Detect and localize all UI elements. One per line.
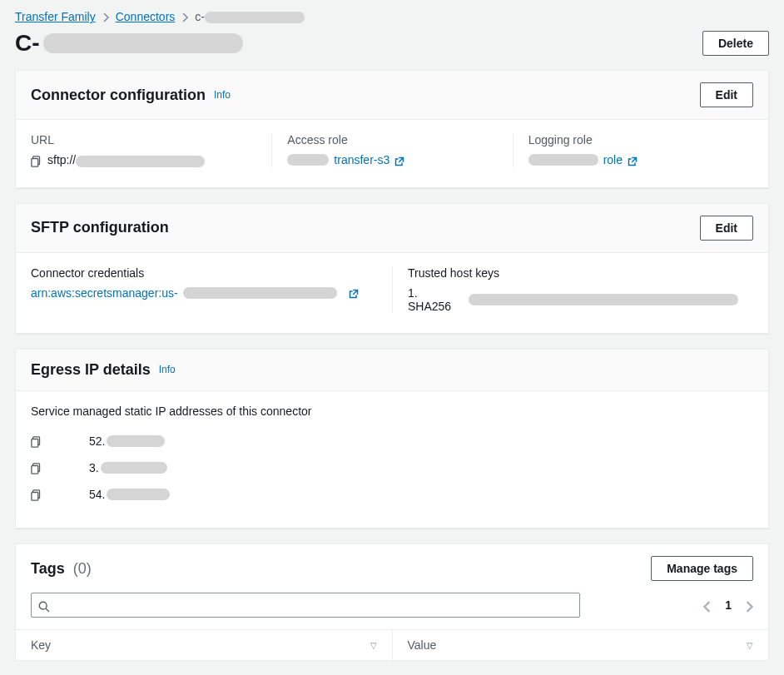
edit-sftp-config-button[interactable]: Edit	[700, 216, 753, 241]
search-icon	[38, 598, 50, 612]
copy-icon[interactable]	[31, 461, 42, 474]
panel-egress-ip: Egress IP details Info Service managed s…	[15, 349, 769, 529]
info-link[interactable]: Info	[159, 364, 176, 375]
svg-point-8	[39, 602, 47, 609]
sort-icon: ▽	[370, 641, 377, 650]
page-number: 1	[725, 598, 732, 612]
logging-role-link[interactable]: role	[603, 153, 623, 166]
page-title: C-	[15, 30, 243, 57]
edit-connector-config-button[interactable]: Edit	[700, 82, 753, 107]
prev-page-icon[interactable]	[703, 598, 712, 612]
delete-button[interactable]: Delete	[702, 31, 769, 56]
connector-config-heading: Connector configuration	[31, 87, 206, 104]
egress-description: Service managed static IP addresses of t…	[31, 405, 753, 418]
breadcrumb-connectors[interactable]: Connectors	[116, 10, 176, 23]
pagination: 1	[703, 598, 753, 612]
tags-key-column[interactable]: Key ▽	[16, 630, 392, 660]
panel-sftp-configuration: SFTP configuration Edit Connector creden…	[15, 203, 769, 334]
ip-address: 54.	[89, 488, 170, 501]
panel-connector-configuration: Connector configuration Info Edit URL sf…	[15, 70, 769, 187]
ip-row: 3.	[31, 454, 753, 481]
ip-row: 54.	[31, 481, 753, 508]
breadcrumb: Transfer Family Connectors c-	[15, 10, 769, 23]
tags-count: (0)	[73, 560, 92, 578]
tags-value-column[interactable]: Value ▽	[392, 630, 769, 660]
connector-credentials-link[interactable]: arn:aws:secretsmanager:us-	[31, 286, 178, 300]
ip-address: 52.	[89, 434, 165, 448]
sftp-config-heading: SFTP configuration	[31, 219, 169, 236]
svg-rect-3	[32, 439, 38, 447]
tags-heading: Tags	[31, 560, 65, 578]
external-link-icon	[394, 153, 404, 166]
external-link-icon	[628, 153, 638, 166]
access-role-link[interactable]: transfer-s3	[334, 153, 390, 166]
svg-rect-7	[32, 493, 38, 501]
svg-rect-1	[32, 158, 38, 166]
svg-rect-5	[32, 466, 38, 474]
ip-row: 52.	[31, 428, 753, 454]
logging-role-label: Logging role	[528, 133, 738, 146]
trusted-host-key-value: 1. SHA256	[408, 286, 738, 313]
url-value: sftp://	[47, 153, 205, 166]
egress-ip-heading: Egress IP details	[31, 361, 151, 379]
tags-search[interactable]	[31, 593, 580, 618]
tags-search-input[interactable]	[50, 598, 573, 613]
chevron-right-icon	[102, 10, 109, 23]
breadcrumb-service[interactable]: Transfer Family	[15, 10, 96, 23]
copy-icon[interactable]	[31, 153, 42, 166]
trusted-host-keys-label: Trusted host keys	[408, 266, 738, 280]
access-role-label: Access role	[287, 133, 497, 146]
external-link-icon	[349, 286, 359, 300]
info-link[interactable]: Info	[214, 89, 231, 101]
breadcrumb-current: c-	[195, 10, 305, 23]
manage-tags-button[interactable]: Manage tags	[651, 556, 753, 581]
url-label: URL	[31, 133, 256, 146]
svg-line-9	[46, 608, 49, 612]
ip-address: 3.	[89, 461, 167, 474]
panel-tags: Tags (0) Manage tags 1	[15, 543, 769, 661]
connector-credentials-label: Connector credentials	[31, 266, 377, 280]
sort-icon: ▽	[747, 641, 753, 650]
chevron-right-icon	[181, 10, 188, 23]
copy-icon[interactable]	[31, 434, 42, 448]
copy-icon[interactable]	[31, 488, 42, 501]
next-page-icon[interactable]	[745, 598, 753, 612]
